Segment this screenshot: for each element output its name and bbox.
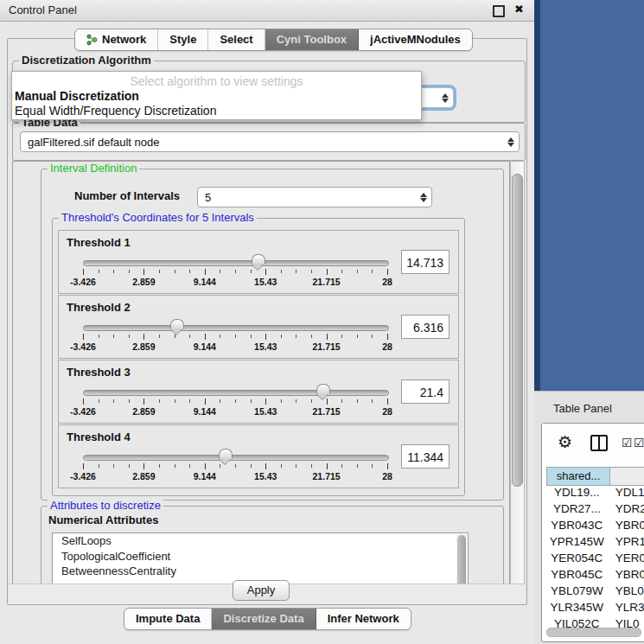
number-of-intervals-combobox[interactable]: 5 xyxy=(197,187,432,207)
threshold-label: Threshold 3 xyxy=(67,366,131,379)
slider-tick xyxy=(205,334,206,340)
numerical-attributes-list: SelfLoops TopologicalCoefficient Between… xyxy=(52,532,469,586)
slider-tick-label: -3.426 xyxy=(70,406,96,417)
slider-tick xyxy=(83,334,84,340)
threshold-value-field[interactable]: 6.316 xyxy=(401,315,450,339)
apply-button[interactable]: Apply xyxy=(233,580,290,601)
threshold-value-field[interactable]: 14.713 xyxy=(401,250,450,274)
close-icon[interactable]: ✖ xyxy=(514,3,524,16)
vertical-scrollbar-thumb[interactable] xyxy=(512,174,523,487)
slider-ticks xyxy=(83,334,387,341)
slider-tick xyxy=(159,464,160,468)
top-tab[interactable]: jActiveMNodules xyxy=(359,29,472,50)
table-row[interactable]: YER054C YER0 xyxy=(546,552,644,568)
slider-handle[interactable] xyxy=(170,319,184,329)
slider-tick xyxy=(311,464,312,468)
popup-option[interactable]: Manual Discretization xyxy=(15,89,139,103)
slider-tick-label: 9.144 xyxy=(194,406,216,417)
slider-tick xyxy=(311,335,312,338)
table-row[interactable]: YDL19... YDL1 xyxy=(546,486,644,502)
slider-tick-label: 28 xyxy=(382,277,392,287)
threshold-slider[interactable]: -3.4262.8599.14415.4321.71528 xyxy=(83,386,387,416)
slider-tick xyxy=(189,464,190,468)
slider-tick xyxy=(220,399,220,403)
cell-name: YBR0 xyxy=(608,568,644,584)
combo-arrows-icon xyxy=(442,93,449,103)
thresholds-group: Threshold's Coordinates for 5 Intervals … xyxy=(52,218,465,496)
top-tab-bar: Network Style Select Cyni Toolbox xyxy=(74,29,473,51)
top-tab[interactable]: Network xyxy=(75,29,158,50)
top-tab[interactable]: Select xyxy=(208,29,265,50)
bottom-tab-label: Infer Network xyxy=(328,609,399,629)
attribute-list-item[interactable]: TopologicalCoefficient xyxy=(53,549,468,564)
table-data-value: galFiltered.sif default node xyxy=(28,136,159,149)
threshold-value-field[interactable]: 21.4 xyxy=(401,379,450,404)
slider-tick-label: 15.43 xyxy=(254,341,277,352)
slider-tick-label: -3.426 xyxy=(70,341,96,352)
top-tab-label: Style xyxy=(169,29,196,50)
group-title: Threshold's Coordinates for 5 Intervals xyxy=(59,211,257,224)
horizontal-scrollbar-thumb[interactable] xyxy=(546,628,641,637)
slider-tick xyxy=(251,464,252,468)
slider-tick xyxy=(251,335,252,338)
threshold-slider[interactable]: -3.4262.8599.14415.4321.71528 xyxy=(83,322,387,351)
column-layout-icon[interactable] xyxy=(590,435,608,451)
cell-name: YPR1 xyxy=(608,535,644,552)
slider-tick xyxy=(83,399,84,405)
table-row[interactable]: YBR043C YBR0 xyxy=(546,519,644,535)
attribute-list-item[interactable]: SelfLoops xyxy=(53,533,468,549)
table-row[interactable]: YLR345W YLR3 xyxy=(546,601,644,617)
slider-handle[interactable] xyxy=(316,384,330,394)
top-tab[interactable]: Style xyxy=(158,29,208,50)
top-tab[interactable]: Cyni Toolbox xyxy=(265,29,359,50)
slider-track[interactable] xyxy=(83,325,389,331)
slider-tick xyxy=(83,269,84,275)
table-row[interactable]: YBR045C YBR0 xyxy=(546,568,644,584)
popup-placeholder: Select algorithm to view settings xyxy=(12,74,421,88)
slider-tick xyxy=(235,270,236,273)
threshold-list: Threshold 1 -3.4262.8599.14415.4321.7152… xyxy=(53,229,464,488)
slider-tick xyxy=(159,270,160,273)
threshold-slider[interactable]: -3.4262.8599.14415.4321.71528 xyxy=(83,257,387,286)
popup-option[interactable]: Equal Width/Frequency Discretization xyxy=(15,104,216,118)
slider-tick xyxy=(265,399,266,405)
cell-shared-name: YDL19... xyxy=(546,486,608,502)
table-row[interactable]: YDR27... YDR2 xyxy=(546,502,644,519)
slider-track[interactable] xyxy=(83,455,389,461)
float-icon[interactable] xyxy=(493,5,505,17)
settings-scroll-viewport: Interval Definition Number of Intervals … xyxy=(12,161,510,586)
slider-handle[interactable] xyxy=(219,449,233,459)
threshold-slider[interactable]: -3.4262.8599.14415.4321.71528 xyxy=(83,451,387,481)
bottom-tab[interactable]: Discretize Data xyxy=(212,609,316,629)
table-data-combobox[interactable]: galFiltered.sif default node xyxy=(20,131,520,152)
column-header-name[interactable]: n xyxy=(610,467,644,486)
slider-tick-label: 15.43 xyxy=(254,277,277,287)
slider-tick xyxy=(143,269,144,275)
slider-handle[interactable] xyxy=(252,254,265,265)
checkbox-icon[interactable]: ☑ xyxy=(634,436,644,450)
gear-icon[interactable]: ⚙ xyxy=(558,432,572,451)
slider-tick xyxy=(113,270,114,273)
slider-tick xyxy=(281,335,282,338)
slider-track[interactable] xyxy=(83,390,389,396)
slider-tick xyxy=(296,399,296,403)
slider-track[interactable] xyxy=(83,260,389,266)
table-panel-title: Table Panel xyxy=(553,402,612,415)
checkbox-icon[interactable]: ☑ xyxy=(622,436,633,450)
slider-ticks xyxy=(83,399,387,405)
threshold-value-field[interactable]: 11.344 xyxy=(401,444,450,469)
list-scrollbar[interactable] xyxy=(456,534,467,586)
bottom-tab[interactable]: Infer Network xyxy=(316,609,411,629)
list-scrollbar-thumb[interactable] xyxy=(457,535,466,586)
slider-tick xyxy=(341,335,342,338)
attribute-list-item[interactable]: BetweennessCentrality xyxy=(53,564,468,579)
table-row[interactable]: YPR145W YPR1 xyxy=(546,535,644,552)
vertical-scrollbar[interactable] xyxy=(510,161,525,586)
table-data-group: Table Data galFiltered.sif default node xyxy=(12,123,526,161)
slider-tick xyxy=(113,399,114,403)
table-row[interactable]: YBL079W YBL0 xyxy=(546,584,644,601)
table-panel-region: Table Panel ⚙ ☑ ☑ shared... n YDL19... Y… xyxy=(534,391,644,644)
column-header-shared[interactable]: shared... xyxy=(546,467,610,486)
slider-tick xyxy=(205,463,206,469)
bottom-tab[interactable]: Impute Data xyxy=(124,609,212,629)
